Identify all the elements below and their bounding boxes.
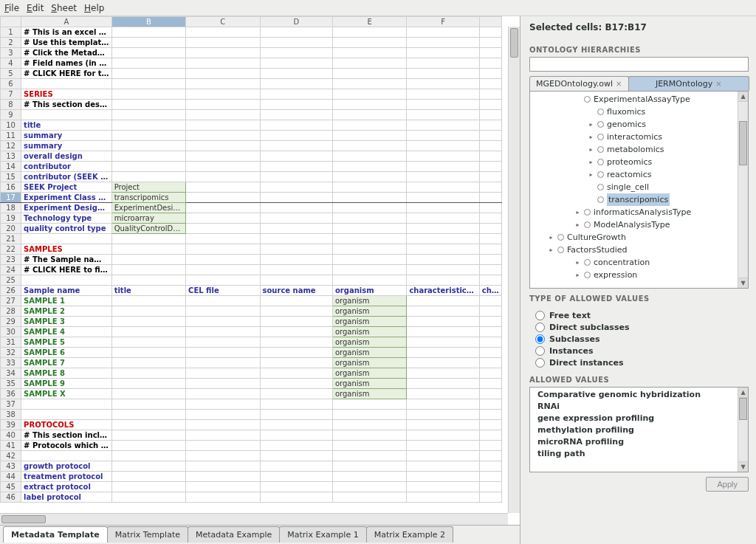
cell[interactable]: organism (332, 296, 406, 306)
cell[interactable] (260, 244, 332, 255)
cell[interactable] (186, 182, 260, 193)
tree-toggle-icon[interactable]: ▸ (548, 247, 554, 253)
cell[interactable] (407, 368, 479, 379)
menu-help[interactable]: Help (84, 3, 104, 13)
row-header[interactable]: 43 (1, 461, 21, 472)
cell[interactable] (479, 472, 501, 482)
radio-input[interactable] (535, 311, 545, 320)
cell[interactable] (407, 265, 479, 275)
col-header-D[interactable]: D (260, 17, 332, 27)
row-header[interactable]: 16 (1, 182, 21, 193)
row-12[interactable]: 12summary (1, 141, 502, 151)
row-header[interactable]: 10 (1, 120, 21, 131)
cell[interactable] (407, 410, 479, 420)
cell[interactable]: organism (332, 379, 406, 389)
cell[interactable] (479, 182, 501, 193)
cell[interactable] (186, 172, 260, 182)
allowed-value-item[interactable]: Comparative genomic hybridization (533, 389, 736, 401)
sheet-tab[interactable]: Matrix Example 1 (279, 526, 366, 543)
close-icon[interactable]: × (715, 80, 721, 88)
tree-node[interactable]: ▸ModelAnalysisType (533, 218, 748, 231)
cell[interactable] (186, 120, 260, 131)
cell[interactable] (479, 213, 501, 224)
cell[interactable] (111, 410, 185, 420)
cell[interactable] (111, 110, 185, 120)
cell[interactable] (479, 399, 501, 410)
tree-toggle-icon[interactable]: ▸ (574, 259, 581, 266)
cell[interactable] (111, 358, 185, 368)
cell[interactable] (407, 203, 479, 213)
row-header[interactable]: 8 (1, 100, 21, 110)
row-header[interactable]: 41 (1, 441, 21, 451)
row-header[interactable]: 32 (1, 348, 21, 358)
radio-input[interactable] (535, 346, 545, 356)
cell[interactable] (111, 244, 185, 255)
cell[interactable] (186, 379, 260, 389)
cell[interactable]: organism (332, 306, 406, 317)
cell[interactable] (111, 317, 185, 327)
cell[interactable] (260, 389, 332, 399)
cell[interactable] (260, 255, 332, 265)
cell[interactable]: characteristics:… (407, 286, 479, 296)
cell[interactable] (407, 441, 479, 451)
sheet-tab[interactable]: Metadata Example (188, 526, 280, 543)
row-39[interactable]: 39PROTOCOLS (1, 420, 502, 430)
cell[interactable] (111, 337, 185, 348)
cell[interactable] (111, 430, 185, 441)
cell[interactable]: Experiment Design t… (21, 203, 112, 213)
cell[interactable]: ExperimentDesignT… (111, 203, 185, 213)
tree-node[interactable]: ▸metabolomics (533, 143, 748, 156)
row-43[interactable]: 43growth protocol (1, 461, 502, 472)
cell[interactable] (332, 451, 406, 461)
row-32[interactable]: 32SAMPLE 6organism (1, 348, 502, 358)
row-header[interactable]: 20 (1, 224, 21, 234)
cell[interactable] (111, 120, 185, 131)
cell[interactable]: QualityControlDesc… (111, 224, 185, 234)
row-header[interactable]: 24 (1, 265, 21, 275)
row-header[interactable]: 22 (1, 244, 21, 255)
cell[interactable] (407, 420, 479, 430)
cell[interactable] (479, 27, 501, 38)
cell[interactable] (186, 213, 260, 224)
cell[interactable] (186, 224, 260, 234)
cell[interactable] (479, 69, 501, 79)
cell[interactable] (479, 296, 501, 306)
row-header[interactable]: 18 (1, 203, 21, 213)
cell[interactable] (332, 100, 406, 110)
sheet-tab[interactable]: Matrix Template (107, 526, 188, 543)
tree-toggle-icon[interactable]: ▸ (588, 134, 594, 140)
cell[interactable] (260, 89, 332, 100)
cell[interactable] (479, 430, 501, 441)
cell[interactable] (186, 89, 260, 100)
cell[interactable] (479, 368, 501, 379)
cell[interactable] (407, 255, 479, 265)
cell[interactable] (260, 296, 332, 306)
cell[interactable] (111, 162, 185, 172)
cell[interactable] (186, 296, 260, 306)
row-header[interactable]: 26 (1, 286, 21, 296)
cell[interactable] (260, 482, 332, 492)
cell[interactable] (479, 100, 501, 110)
cell[interactable]: organism (332, 389, 406, 399)
cell[interactable] (21, 79, 112, 89)
tree-toggle-icon[interactable]: ▸ (574, 209, 581, 216)
cell[interactable] (407, 151, 479, 162)
cell[interactable]: title (111, 286, 185, 296)
cell[interactable] (407, 110, 479, 120)
cell[interactable] (260, 368, 332, 379)
cell[interactable]: organism (332, 327, 406, 337)
cell[interactable] (111, 327, 185, 337)
cell[interactable] (260, 472, 332, 482)
cell[interactable] (407, 58, 479, 69)
cell[interactable] (479, 224, 501, 234)
cell[interactable] (260, 131, 332, 141)
radio-input[interactable] (535, 334, 545, 344)
cell[interactable] (260, 410, 332, 420)
cell[interactable] (186, 265, 260, 275)
row-40[interactable]: 40# This section includes pr… (1, 430, 502, 441)
cell[interactable] (479, 89, 501, 100)
row-34[interactable]: 34SAMPLE 8organism (1, 368, 502, 379)
row-header[interactable]: 12 (1, 141, 21, 151)
cell[interactable]: char (479, 286, 501, 296)
cell[interactable] (479, 492, 501, 503)
